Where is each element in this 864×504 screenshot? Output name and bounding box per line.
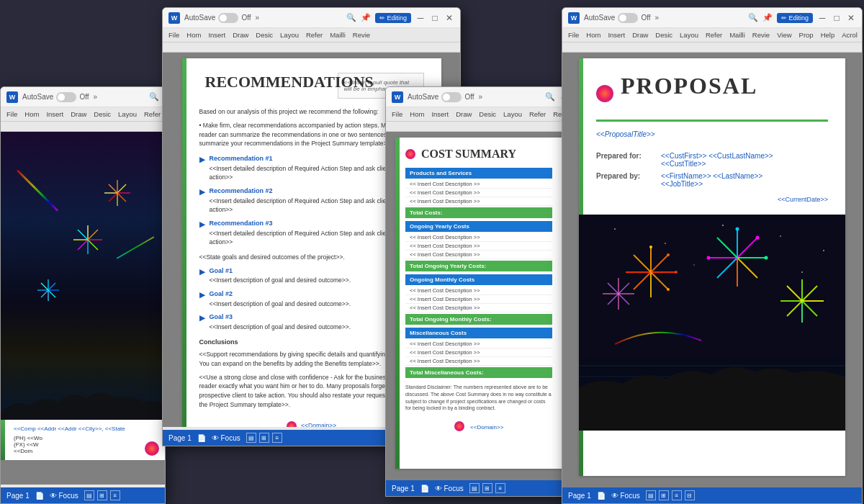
prepared-for-label: Prepared for: xyxy=(596,150,661,170)
doc-area-1: <<Comp <<Addr <<Addr <<City>>, <<State (… xyxy=(1,132,165,485)
menu-layout-2[interactable]: Layou xyxy=(280,31,299,39)
autosave-toggle-1[interactable] xyxy=(56,92,76,102)
autosave-toggle-4[interactable] xyxy=(618,13,638,23)
menu-insert-3[interactable]: Insert xyxy=(431,110,449,118)
close-btn-4[interactable]: ✕ xyxy=(846,13,856,23)
svg-point-43 xyxy=(675,271,678,274)
minimize-btn-2[interactable]: ─ xyxy=(415,13,426,23)
goal-arrow-1: ▶ xyxy=(199,266,205,285)
menu-file-2[interactable]: File xyxy=(168,31,179,39)
ribbon-tabs-1: File Hom Insert Draw Desic Layou Refer M… xyxy=(1,107,165,122)
menu-view-4[interactable]: View xyxy=(777,31,791,39)
search-icon-2[interactable]: 🔍 xyxy=(346,13,356,22)
menu-layout-4[interactable]: Layou xyxy=(680,31,698,39)
maximize-btn-2[interactable]: □ xyxy=(430,13,440,23)
view-icon-print-3[interactable]: ▤ xyxy=(469,483,480,493)
menu-home-4[interactable]: Hom xyxy=(586,31,600,39)
focus-btn-1[interactable]: 👁 Focus xyxy=(50,492,78,500)
autosave-toggle-2[interactable] xyxy=(218,13,238,23)
cost-item-yearly-2: << Insert Cost Description >> xyxy=(405,242,552,251)
view-icon-web-3[interactable]: ⊞ xyxy=(482,483,492,493)
menu-file-3[interactable]: File xyxy=(392,110,402,118)
cost-item-3: << Insert Cost Description >> xyxy=(405,197,552,206)
view-icon-read-1[interactable]: ≡ xyxy=(110,490,120,500)
view-icon-print-1[interactable]: ▤ xyxy=(84,490,94,500)
prepared-for-value: <<CustFirst>> <<CustLastName>> <<CustTit… xyxy=(661,150,828,170)
svg-line-15 xyxy=(109,184,117,193)
menu-home-3[interactable]: Hom xyxy=(410,110,424,118)
word-logo-3: W xyxy=(392,91,403,103)
chevron-icon-3: » xyxy=(479,93,483,101)
menu-design-2[interactable]: Desic xyxy=(256,31,273,39)
menu-insert-4[interactable]: Insert xyxy=(608,31,625,39)
menu-review-4[interactable]: Revie xyxy=(752,31,770,39)
menu-acro-4[interactable]: Acrol xyxy=(842,31,858,39)
menu-insert-1[interactable]: Insert xyxy=(46,110,63,118)
menu-design-4[interactable]: Desic xyxy=(655,31,672,39)
title-bar-1: W AutoSave Off » 🔍 xyxy=(1,87,165,107)
footer-domain-2: <<Domain>> xyxy=(301,422,336,427)
cost-item-yearly-3: << Insert Cost Description >> xyxy=(405,251,552,259)
focus-btn-2[interactable]: 👁 Focus xyxy=(212,434,240,442)
menu-layout-1[interactable]: Layou xyxy=(118,110,137,118)
menu-refer-2[interactable]: Refer xyxy=(306,31,323,39)
focus-btn-3[interactable]: 👁 Focus xyxy=(435,485,464,492)
menu-draw-4[interactable]: Draw xyxy=(632,31,648,39)
view-icon-extra-4[interactable]: ⊟ xyxy=(685,490,695,500)
close-btn-2[interactable]: ✕ xyxy=(444,13,454,23)
view-icon-read-4[interactable]: ≡ xyxy=(672,490,682,500)
svg-line-17 xyxy=(48,283,55,290)
view-icon-web-2[interactable]: ⊞ xyxy=(259,433,269,443)
menu-mail-2[interactable]: Mailli xyxy=(330,31,346,39)
proposal-divider xyxy=(596,120,828,122)
view-icon-read-2[interactable]: ≡ xyxy=(272,433,282,443)
title-bar-4: W AutoSave Off » 🔍 📌 ✏ Editing ─ □ ✕ xyxy=(562,8,862,28)
svg-line-23 xyxy=(41,283,48,290)
cost-section-yearly: Ongoing Yearly Costs xyxy=(405,221,552,232)
menu-file-4[interactable]: File xyxy=(568,31,579,39)
autosave-toggle-3[interactable] xyxy=(441,92,462,102)
maximize-btn-4[interactable]: □ xyxy=(832,13,842,23)
menu-mail-4[interactable]: Mailli xyxy=(729,31,745,39)
rec-title: RECOMMENDATIONS xyxy=(205,73,374,91)
view-icon-web-4[interactable]: ⊞ xyxy=(659,490,669,500)
doc-page-4: PROPOSAL <<ProposalTitle>> Prepared for:… xyxy=(579,58,845,476)
menu-insert-2[interactable]: Insert xyxy=(208,31,225,39)
focus-btn-4[interactable]: 👁 Focus xyxy=(611,492,640,500)
autosave-off-4: Off xyxy=(641,14,650,22)
menu-draw-1[interactable]: Draw xyxy=(71,110,86,118)
minimize-btn-4[interactable]: ─ xyxy=(817,13,827,23)
fireworks-svg xyxy=(579,215,845,431)
page-number-1: Page 1 xyxy=(6,492,30,500)
cost-footer-logo xyxy=(454,421,464,431)
search-icon-3[interactable]: 🔍 xyxy=(545,92,555,102)
ribbon-tabs-2: File Hom Insert Draw Desic Layou Refer M… xyxy=(163,28,460,42)
svg-point-41 xyxy=(649,246,652,248)
menu-prop-4[interactable]: Prop xyxy=(799,31,814,39)
menu-draw-2[interactable]: Draw xyxy=(233,31,248,39)
menu-design-3[interactable]: Desic xyxy=(479,110,496,118)
menu-layout-3[interactable]: Layou xyxy=(503,110,522,118)
cost-item-yearly-1: << Insert Cost Description >> xyxy=(405,233,552,242)
menu-draw-3[interactable]: Draw xyxy=(456,110,472,118)
menu-home-2[interactable]: Hom xyxy=(186,31,201,39)
word-count-icon-3: 📄 xyxy=(420,485,429,492)
autosave-1: AutoSave Off xyxy=(22,92,89,102)
menu-refer-1[interactable]: Refer xyxy=(144,110,161,118)
menu-home-1[interactable]: Hom xyxy=(24,110,39,118)
cost-total-yearly: Total Ongoing Yearly Costs: xyxy=(405,261,552,271)
menu-help-4[interactable]: Help xyxy=(821,31,835,39)
svg-point-32 xyxy=(801,271,803,273)
view-icon-print-2[interactable]: ▤ xyxy=(246,433,256,443)
menu-file-1[interactable]: File xyxy=(6,110,17,118)
menu-refer-3[interactable]: Refer xyxy=(529,110,546,118)
view-icon-read-3[interactable]: ≡ xyxy=(495,483,505,493)
view-icon-print-4[interactable]: ▤ xyxy=(646,490,656,500)
svg-point-27 xyxy=(722,225,724,226)
menu-refer-4[interactable]: Refer xyxy=(706,31,722,39)
search-icon-1[interactable]: 🔍 xyxy=(149,92,159,102)
search-icon-4[interactable]: 🔍 xyxy=(748,13,758,22)
menu-design-1[interactable]: Desic xyxy=(94,110,111,118)
menu-review-2[interactable]: Revie xyxy=(353,31,370,39)
view-icon-web-1[interactable]: ⊞ xyxy=(97,490,107,500)
